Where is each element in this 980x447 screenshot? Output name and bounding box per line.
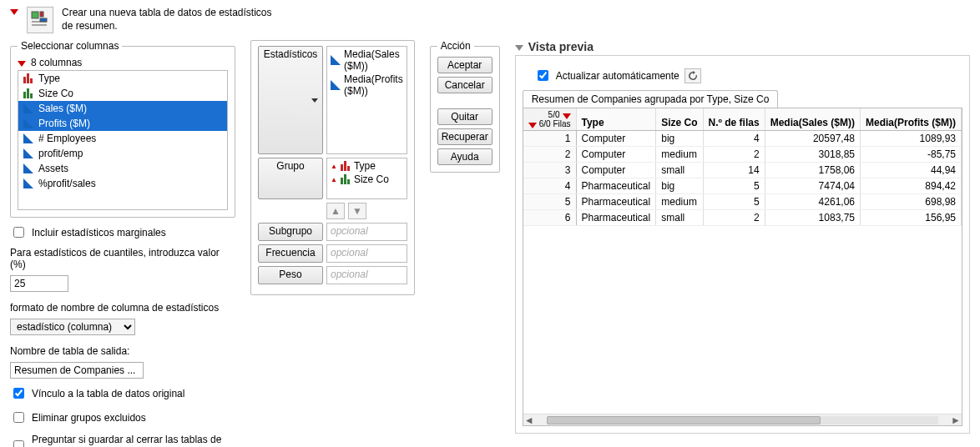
table-cell: 5 xyxy=(703,178,765,194)
column-item[interactable]: Sales ($M) xyxy=(18,101,227,116)
group-role-button[interactable]: Grupo xyxy=(258,158,323,199)
rows-disclosure-icon[interactable] xyxy=(528,123,537,128)
preview-col-header[interactable]: Type xyxy=(576,108,656,131)
table-cell: Pharmaceutical xyxy=(576,194,656,210)
table-cell: 7474,04 xyxy=(765,178,860,194)
preview-col-header[interactable]: N.º de filas xyxy=(703,108,765,131)
roles-fieldset: Estadísticos Media(Sales ($M))Media(Prof… xyxy=(250,40,415,295)
preview-title: Vista previa xyxy=(528,40,594,53)
table-cell: 6 xyxy=(523,210,576,226)
tabulate-icon xyxy=(27,7,53,33)
cancel-button[interactable]: Cancelar xyxy=(437,77,493,93)
table-cell: Computer xyxy=(576,131,656,147)
table-cell: 156,95 xyxy=(861,210,962,226)
cols-disclosure-icon[interactable] xyxy=(563,113,571,119)
subgroup-role-box[interactable]: opcional xyxy=(326,223,407,241)
table-cell: Computer xyxy=(576,147,656,163)
action-legend: Acción xyxy=(437,40,474,52)
table-cell: 44,94 xyxy=(861,163,962,178)
bars-red-icon xyxy=(23,73,33,83)
column-label: %profit/sales xyxy=(38,178,96,189)
remove-button[interactable]: Quitar xyxy=(437,108,493,125)
table-cell: 4 xyxy=(523,178,576,194)
svg-rect-1 xyxy=(40,12,43,17)
help-button[interactable]: Ayuda xyxy=(437,148,493,165)
column-item[interactable]: Profits ($M) xyxy=(18,116,227,131)
column-list[interactable]: TypeSize CoSales ($M)Profits ($M)# Emplo… xyxy=(18,70,228,210)
table-cell: 2 xyxy=(523,147,576,163)
group-role-box[interactable]: ▲Type▲Size Co xyxy=(326,158,407,199)
column-item[interactable]: Type xyxy=(18,71,227,86)
table-row[interactable]: 4Pharmaceuticalbig57474,04894,42 xyxy=(523,178,962,194)
column-count-label: 8 columnas xyxy=(31,57,82,68)
preview-table[interactable]: 5/0 6/0 Filas TypeSize CoN.º de filasMed… xyxy=(523,108,962,426)
ask-save-checkbox[interactable]: Preguntar si guardar al cerrar las tabla… xyxy=(10,434,235,447)
quantile-input[interactable] xyxy=(10,275,68,292)
column-label: Size Co xyxy=(38,88,73,99)
table-cell: 2 xyxy=(703,210,765,226)
accept-button[interactable]: Aceptar xyxy=(437,57,493,73)
preview-hscrollbar[interactable]: ◄► xyxy=(523,414,962,425)
stats-role-button[interactable]: Estadísticos xyxy=(258,46,323,154)
svg-rect-2 xyxy=(40,18,47,22)
recover-button[interactable]: Recuperar xyxy=(437,128,493,145)
column-item[interactable]: # Employees xyxy=(18,131,227,146)
table-row[interactable]: 5Pharmaceuticalmedium54261,06698,98 xyxy=(523,194,962,210)
tri-icon xyxy=(23,118,33,128)
table-cell: -85,75 xyxy=(861,147,962,163)
table-cell: 698,98 xyxy=(861,194,962,210)
table-cell: 1089,93 xyxy=(861,131,962,147)
auto-update-checkbox[interactable]: Actualizar automáticamente xyxy=(534,68,679,83)
table-cell: Pharmaceutical xyxy=(576,178,656,194)
column-item[interactable]: %profit/sales xyxy=(18,176,227,191)
preview-tab[interactable]: Resumen de Companies agrupada por Type, … xyxy=(523,90,779,108)
preview-col-header[interactable]: Media(Profits ($M)) xyxy=(861,108,962,131)
stats-item: Media(Sales ($M)) xyxy=(344,48,403,72)
table-row[interactable]: 3Computersmall141758,0644,94 xyxy=(523,163,962,178)
main-disclosure-icon[interactable] xyxy=(10,9,18,15)
weight-role-box[interactable]: opcional xyxy=(326,266,407,284)
sort-indicator-icon: ▲ xyxy=(331,163,337,170)
link-original-checkbox[interactable]: Vínculo a la tabla de datos original xyxy=(10,385,235,401)
sort-desc-button[interactable]: ▼ xyxy=(348,203,366,219)
table-row[interactable]: 6Pharmaceuticalsmall21083,75156,95 xyxy=(523,210,962,226)
tri-icon xyxy=(23,178,33,188)
column-label: Sales ($M) xyxy=(38,103,87,114)
table-cell: 14 xyxy=(703,163,765,178)
remove-excluded-checkbox[interactable]: Eliminar grupos excluidos xyxy=(10,409,235,425)
freq-role-box[interactable]: opcional xyxy=(326,244,407,263)
table-cell: Pharmaceutical xyxy=(576,210,656,226)
table-cell: 5 xyxy=(523,194,576,210)
svg-rect-0 xyxy=(32,12,38,18)
subgroup-role-button[interactable]: Subgrupo xyxy=(258,223,323,241)
column-item[interactable]: profit/emp xyxy=(18,146,227,161)
table-cell: 20597,48 xyxy=(765,131,860,147)
select-columns-fieldset: Seleccionar columnas 8 columnas TypeSize… xyxy=(10,40,235,218)
columns-disclosure-icon[interactable] xyxy=(18,61,26,67)
table-cell: 1 xyxy=(523,131,576,147)
stats-role-box[interactable]: Media(Sales ($M))Media(Profits ($M)) xyxy=(326,46,407,154)
preview-disclosure-icon[interactable] xyxy=(515,45,523,51)
table-cell: big xyxy=(656,131,703,147)
table-row[interactable]: 1Computerbig420597,481089,93 xyxy=(523,131,962,147)
freq-role-button[interactable]: Frecuencia xyxy=(258,244,323,263)
name-format-select[interactable]: estadístico (columna) xyxy=(10,319,135,335)
column-item[interactable]: Size Co xyxy=(18,86,227,101)
table-cell: 1083,75 xyxy=(765,210,860,226)
table-row[interactable]: 2Computermedium23018,85-85,75 xyxy=(523,147,962,163)
preview-col-header[interactable]: Media(Sales ($M)) xyxy=(765,108,860,131)
table-cell: big xyxy=(656,178,703,194)
column-label: Profits ($M) xyxy=(38,118,90,129)
table-cell: small xyxy=(656,163,703,178)
include-marginal-checkbox[interactable]: Incluir estadísticos marginales xyxy=(10,224,235,240)
sort-indicator-icon: ▲ xyxy=(331,176,337,183)
sort-asc-button[interactable]: ▲ xyxy=(326,203,345,219)
weight-role-button[interactable]: Peso xyxy=(258,266,323,284)
out-name-input[interactable] xyxy=(10,362,144,379)
preview-col-header[interactable]: Size Co xyxy=(656,108,703,131)
refresh-button[interactable] xyxy=(684,68,701,83)
table-cell: 3 xyxy=(523,163,576,178)
name-format-label: formato de nombre de columna de estadíst… xyxy=(10,302,235,314)
table-cell: 894,42 xyxy=(861,178,962,194)
column-item[interactable]: Assets xyxy=(18,161,227,176)
